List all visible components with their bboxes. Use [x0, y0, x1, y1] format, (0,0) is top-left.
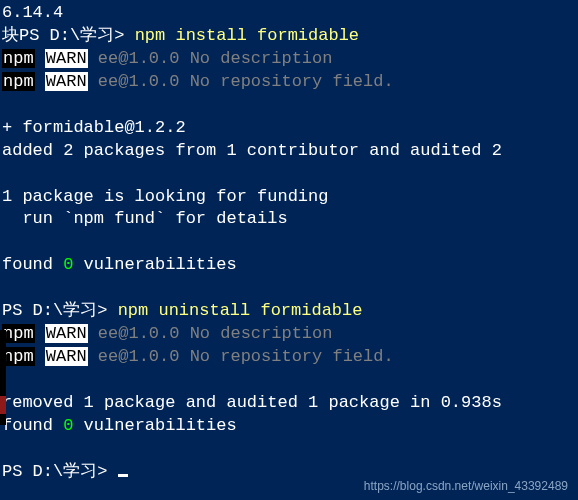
vulnerabilities-line: found 0 vulnerabilities — [2, 415, 578, 438]
npm-warn-line: npm WARN ee@1.0.0 No repository field. — [2, 346, 578, 369]
warn-message: ee@1.0.0 No repository field. — [88, 347, 394, 366]
added-line: added 2 packages from 1 contributor and … — [2, 140, 578, 163]
warn-tag: WARN — [45, 324, 88, 343]
blank-line — [2, 438, 578, 461]
blank-line — [2, 369, 578, 392]
prompt-line-2[interactable]: PS D:\学习> npm uninstall formidable — [2, 300, 578, 323]
installed-line: + formidable@1.2.2 — [2, 117, 578, 140]
side-artifact-red — [0, 396, 6, 414]
npm-tag: npm — [2, 347, 35, 366]
prompt-line-1[interactable]: 块PS D:\学习> npm install formidable — [2, 25, 578, 48]
warn-tag: WARN — [45, 72, 88, 91]
prompt-prefix: PS D:\学习> — [2, 301, 107, 320]
npm-warn-line: npm WARN ee@1.0.0 No description — [2, 323, 578, 346]
npm-tag: npm — [2, 49, 35, 68]
npm-warn-line: npm WARN ee@1.0.0 No repository field. — [2, 71, 578, 94]
vulnerabilities-line: found 0 vulnerabilities — [2, 254, 578, 277]
blank-line — [2, 94, 578, 117]
watermark: https://blog.csdn.net/weixin_43392489 — [364, 478, 568, 494]
warn-message: ee@1.0.0 No repository field. — [88, 72, 394, 91]
carrot-char: 块 — [2, 26, 19, 45]
funding-line: 1 package is looking for funding — [2, 186, 578, 209]
warn-tag: WARN — [45, 49, 88, 68]
blank-line — [2, 231, 578, 254]
command-install: npm install formidable — [135, 26, 359, 45]
npm-tag: npm — [2, 324, 35, 343]
warn-tag: WARN — [45, 347, 88, 366]
removed-line: removed 1 package and audited 1 package … — [2, 392, 578, 415]
funding-line: run `npm fund` for details — [2, 208, 578, 231]
warn-message: ee@1.0.0 No description — [88, 49, 333, 68]
blank-line — [2, 163, 578, 186]
cursor-icon — [118, 474, 128, 477]
npm-warn-line: npm WARN ee@1.0.0 No description — [2, 48, 578, 71]
warn-message: ee@1.0.0 No description — [88, 324, 333, 343]
blank-line — [2, 277, 578, 300]
command-uninstall: npm uninstall formidable — [118, 301, 363, 320]
npm-tag: npm — [2, 72, 35, 91]
vuln-count: 0 — [63, 416, 73, 435]
prompt-prefix: PS D:\学习> — [2, 462, 107, 481]
version-line: 6.14.4 — [2, 2, 578, 25]
prompt-prefix: PS D:\学习> — [19, 26, 124, 45]
vuln-count: 0 — [63, 255, 73, 274]
